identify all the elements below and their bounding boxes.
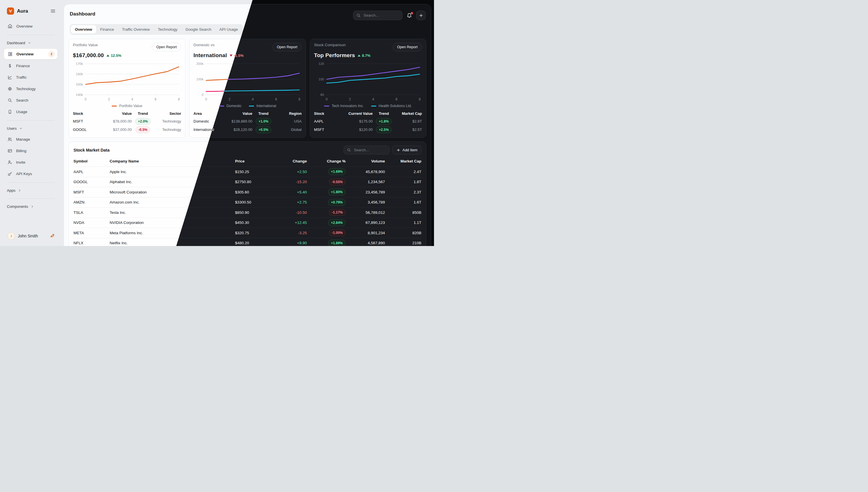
sidebar-item-label: Manage [16,137,30,142]
sidebar-item-label: Technology [16,87,35,91]
svg-text:160k: 160k [76,72,83,76]
sidebar-item-label: Traffic [16,75,27,79]
cell-market-cap: 850B [385,211,421,215]
cell-symbol: GOOGL [73,180,110,184]
notifications-button[interactable] [406,13,412,18]
tab-google-search[interactable]: Google Search [181,25,215,33]
tab-finance[interactable]: Finance [96,25,118,33]
delta-badge: 12.5% [106,53,121,58]
cell-trend: -0.5% [132,126,154,133]
triangle-up-icon [106,54,109,56]
legend-swatch [249,106,254,106]
cell-volume: 3,456,789 [346,200,385,204]
svg-text:6: 6 [396,97,398,101]
sidebar-item-manage[interactable]: Manage [0,133,61,145]
sidebar-item-overview[interactable]: Overview 2 [4,49,58,59]
overview-count-badge: 2 [49,51,54,57]
sidebar-item-invite[interactable]: Invite [0,156,61,168]
device-icon [7,109,13,114]
sidebar-item-traffic[interactable]: Traffic [0,72,61,83]
cell-change: +2.75 [281,200,307,204]
tab-api-usage[interactable]: API Usage [215,25,242,33]
delta-badge: 8.7% [358,53,371,58]
search-input[interactable] [363,13,399,18]
svg-text:2: 2 [228,97,230,101]
sidebar-section-apps[interactable]: Apps [0,186,61,195]
sidebar-item-api-keys[interactable]: API Keys [0,168,61,179]
portfolio-mini-table: StockValueTrendSectorMSFT$78,000.00+2.0%… [73,109,181,134]
global-search[interactable] [353,10,402,20]
tab-overview[interactable]: Overview [71,25,96,33]
svg-text:6: 6 [154,97,156,101]
trend-badge: +0.5% [256,126,271,133]
cell-change: +5.40 [281,190,307,194]
cell-volume: 23,456,789 [346,190,385,194]
column-header: Trend [132,112,154,116]
svg-text:150k: 150k [76,83,83,86]
cell-price: $3300.50 [235,200,281,204]
tab-technology[interactable]: Technology [154,25,181,33]
add-item-button[interactable]: Add Item [392,146,421,154]
cell-symbol: TSLA [73,211,110,215]
column-header: Stock [73,112,100,116]
cell-value: $175.00 [341,119,373,123]
sidebar-item-label: Billing [16,149,26,153]
sidebar-item-usage[interactable]: Usage [0,106,61,117]
svg-text:0: 0 [202,93,203,96]
card-stock-comparison: Stock Comparison Open Report Top Perform… [310,39,426,138]
cell-market-cap: 1.1T [385,220,421,225]
portfolio-line-chart: 140k150k160k170k02468 [73,60,181,103]
sidebar-item-search[interactable]: Search [0,94,61,106]
brand-name: Aura [17,8,47,14]
card-title: Portfolio Value [73,43,98,47]
user-profile[interactable]: J John Smith [0,228,61,246]
cell-value: $78,000.00 [100,119,132,123]
dashboard-grid-icon [8,52,13,56]
menu-icon[interactable] [50,8,56,14]
sidebar-item-overview-home[interactable]: Overview [0,20,61,32]
search-icon [347,148,351,152]
legend-swatch [371,106,376,106]
legend-item: Tech Innovators Inc. [324,104,364,108]
cell-change: -3.25 [281,231,307,235]
cell-name: AAPL [314,119,341,123]
card-value: Top Performers [314,52,355,58]
mini-table-row: MSFT$78,000.00+2.0%Technology [73,117,181,125]
sidebar-section-dashboard[interactable]: Dashboard [0,38,61,48]
cell-market-cap: 2.3T [385,190,421,194]
svg-text:0: 0 [85,97,87,101]
card-title: Stock Comparison [314,43,346,47]
tab-traffic-overview[interactable]: Traffic Overview [118,25,154,33]
sidebar-section-users[interactable]: Users [0,123,61,133]
chevron-right-icon [18,188,22,193]
chevron-down-icon [19,126,23,131]
cell-change-pct: -1.17% [307,209,346,216]
legend-item: Health Solutions Ltd. [371,104,412,108]
sidebar-item-billing[interactable]: Billing [0,145,61,156]
divider [7,198,54,199]
card-portfolio-value: Portfolio Value Open Report $167,000.00 … [69,39,185,138]
market-search-input[interactable] [353,148,386,152]
sidebar-section-components[interactable]: Components [0,201,61,212]
sidebar-item-technology[interactable]: Technology [0,83,61,94]
divider [7,182,54,182]
add-button[interactable] [416,10,426,20]
change-pct-badge: -0.55% [329,178,346,186]
sidebar-item-label: Search [16,98,28,102]
theme-brush-icon[interactable] [50,233,55,239]
open-report-button[interactable]: Open Report [272,43,302,51]
svg-text:0: 0 [205,97,207,101]
cell-price: $480.20 [235,241,281,245]
sidebar-item-finance[interactable]: Finance [0,60,61,72]
cell-change-pct: -0.55% [307,178,346,186]
market-search[interactable] [344,146,390,154]
cell-price: $2750.80 [235,180,281,184]
notification-dot [411,12,413,14]
search-icon [7,98,13,103]
open-report-button[interactable]: Open Report [393,43,422,51]
chevron-down-icon [27,41,31,45]
cell-price: $450.30 [235,220,281,225]
page-title: Dashboard [70,11,95,17]
svg-text:8: 8 [419,97,421,101]
open-report-button[interactable]: Open Report [152,43,181,51]
